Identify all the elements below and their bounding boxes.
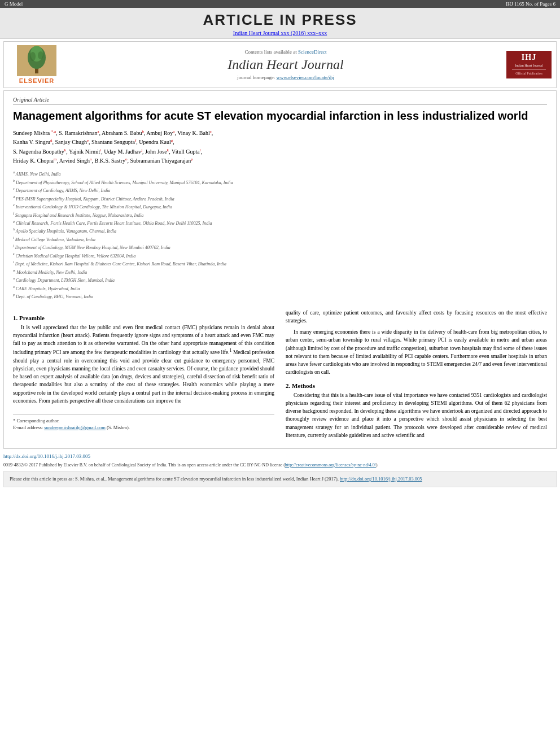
journal-name: Indian Heart Journal — [71, 57, 501, 72]
journal-header: ELSEVIER Contents lists available at Sci… — [3, 41, 557, 88]
corresponding-author-note: * Corresponding author. — [13, 418, 274, 423]
ihj-logo-subtitle: Indian Heart Journal — [515, 63, 542, 68]
contents-line: Contents lists available at ScienceDirec… — [71, 49, 501, 55]
email-line: E-mail address: sundeepmiishraiihj@gmail… — [13, 425, 274, 430]
main-content: Original Article Management algorithms f… — [3, 90, 557, 449]
elsevier-logo: ELSEVIER — [8, 45, 65, 84]
journal-ref-link[interactable]: Indian Heart Journal xxx (2016) xxx–xxx — [233, 30, 327, 36]
cc-license-link[interactable]: http://creativecommons.org/licenses/by-n… — [285, 462, 376, 468]
license-text: 0019-4832/© 2017 Published by Elsevier B… — [3, 462, 379, 468]
footnote-area: * Corresponding author. E-mail address: … — [13, 414, 274, 430]
column-left: 1. Preamble It is well appreciated that … — [13, 309, 274, 443]
column-right: quality of care, optimize patient outcom… — [286, 309, 547, 443]
doi-bar: http://dx.doi.org/10.1016/j.ihj.2017.03.… — [3, 451, 557, 461]
section-1-heading: 1. Preamble — [13, 314, 274, 321]
two-column-body: 1. Preamble It is well appreciated that … — [13, 309, 547, 443]
email-link[interactable]: sundeepmiishraiihj@gmail.com — [44, 425, 106, 430]
authors-block: Sundeep Mishra *,a, S. Ramakrishnana, Ab… — [13, 129, 547, 165]
article-type: Original Article — [13, 97, 547, 105]
banner-left: G Model — [5, 1, 23, 7]
section-1-continuation: quality of care, optimize patient outcom… — [286, 309, 547, 377]
citation-bar: Please cite this article in press as: S.… — [3, 471, 557, 487]
section-1-body: It is well appreciated that the lay publ… — [13, 324, 274, 405]
section-1-number: 1. Preamble — [13, 314, 45, 321]
article-in-press-title: ARTICLE IN PRESS — [0, 11, 560, 29]
elsevier-brand: ELSEVIER — [19, 77, 54, 84]
elsevier-tree-logo — [17, 45, 56, 76]
section-2-body: Considering that this is a health-care i… — [286, 391, 547, 440]
citation-doi-link[interactable]: http://dx.doi.org/10.1016/j.ihj.2017.03.… — [340, 476, 422, 482]
homepage-line: journal homepage: www.elsevier.com/locat… — [71, 75, 501, 80]
top-banner: G Model IHJ 1165 No. of Pages 6 — [0, 0, 560, 8]
sciencedirect-link[interactable]: ScienceDirect — [298, 49, 326, 55]
journal-ref: Indian Heart Journal xxx (2016) xxx–xxx — [0, 30, 560, 36]
email-label: E-mail address: — [13, 425, 44, 430]
citation-text: Please cite this article in press as: S.… — [10, 476, 422, 482]
journal-center: Contents lists available at ScienceDirec… — [65, 49, 506, 80]
svg-point-5 — [38, 51, 43, 59]
license-bar: 0019-4832/© 2017 Published by Elsevier B… — [3, 462, 557, 469]
email-attribution: (S. Mishra). — [107, 425, 130, 430]
press-header: ARTICLE IN PRESS Indian Heart Journal xx… — [0, 8, 560, 39]
affiliations-block: a AIIMS, New Delhi, India b Department o… — [13, 170, 547, 300]
article-title: Management algorithms for acute ST eleva… — [13, 108, 547, 123]
doi-link[interactable]: http://dx.doi.org/10.1016/j.ihj.2017.03.… — [3, 453, 90, 459]
section-2-heading: 2. Methods — [286, 382, 547, 389]
homepage-link[interactable]: www.elsevier.com/locate/ihj — [277, 75, 334, 80]
svg-point-4 — [30, 52, 36, 61]
journal-logo-box: IHJ Indian Heart Journal Official Public… — [506, 51, 552, 78]
ihj-logo-title: IHJ — [522, 53, 536, 62]
banner-right: IHJ 1165 No. of Pages 6 — [506, 1, 555, 7]
